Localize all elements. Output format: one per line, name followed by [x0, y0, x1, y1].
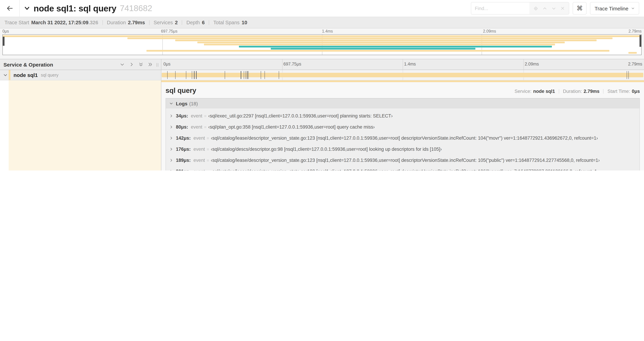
keyboard-shortcuts-button[interactable]: ⌘: [573, 2, 586, 15]
minimap-left-scrubber-handle[interactable]: [3, 37, 4, 46]
span-collapse-chevron-down-icon[interactable]: [3, 73, 8, 77]
trace-id: 7418682: [120, 4, 152, 13]
timeline-minimap[interactable]: [2, 34, 642, 55]
service-color-stripe: [9, 70, 10, 80]
trace-depth: Depth 6: [186, 20, 205, 25]
minimap-span-bar: [146, 50, 610, 52]
column-resizer-handle[interactable]: ||: [156, 62, 159, 67]
find-next-chevron-down-icon[interactable]: [552, 6, 556, 11]
log-entry-row[interactable]: 142μs: event = ‹sql/catalog/lease/descri…: [169, 133, 637, 144]
view-selector-label: Trace Timeline: [594, 5, 628, 11]
logs-accordion-header[interactable]: Logs (18): [166, 99, 640, 108]
log-field-value: ‹sql/catalog/lease/descriptor_version_st…: [211, 136, 598, 141]
span-operation-name: sql query: [41, 73, 58, 78]
log-expand-chevron-right-icon: [169, 158, 173, 162]
expanded-span-indent-block: [9, 80, 161, 171]
span-row-service-cell[interactable]: node sql1 sql query: [0, 70, 161, 80]
trace-total-spans: Total Spans 10: [213, 20, 247, 25]
log-field-key: event: [191, 113, 202, 119]
span-row-bar-cell[interactable]: [161, 70, 644, 80]
log-timestamp: 189μs:: [176, 158, 191, 163]
logs-count: (18): [189, 101, 198, 106]
log-expand-chevron-right-icon: [169, 147, 173, 151]
minimap-span-bar: [628, 52, 637, 54]
trace-summary-bar: Trace Start March 31 2022, 17:25:09.326 …: [0, 17, 644, 29]
log-field-key: event: [191, 124, 202, 130]
log-field-value: ‹sql/plan_opt.go:358 [nsql1,client=127.0…: [208, 124, 375, 130]
log-timestamp: 142μs:: [176, 136, 191, 141]
log-expand-chevron-right-icon: [169, 125, 173, 129]
expand-all-double-chevron-right-icon[interactable]: [148, 62, 153, 67]
span-tree-gutter: [0, 80, 161, 171]
minimap-span-bar: [127, 38, 612, 39]
clear-find-icon[interactable]: [560, 6, 565, 11]
log-timestamp: 176μs:: [176, 147, 191, 152]
minimap-span-bar: [204, 44, 555, 45]
minimap-right-scrubber-handle[interactable]: [640, 35, 641, 47]
collapse-trace-chevron-icon[interactable]: [24, 5, 30, 12]
log-entry-row[interactable]: 80μs: event = ‹sql/plan_opt.go:358 [nsql…: [169, 121, 637, 133]
logs-collapse-chevron-down-icon: [169, 102, 173, 105]
span-duration-bar[interactable]: [162, 73, 643, 77]
locate-icon[interactable]: [534, 6, 538, 11]
log-field-key: event: [194, 158, 205, 163]
view-selector-button[interactable]: Trace Timeline: [590, 2, 639, 15]
span-detail-meta: Service:node sql1 Duration:2.79ms Start …: [514, 89, 640, 94]
service-operation-column-header: Service & Operation: [4, 62, 53, 67]
logs-list: 34μs: event = ‹sql/exec_util.go:2297 [ns…: [166, 108, 640, 171]
log-entry-row[interactable]: 201μs: event = ‹sql/catalog/lease/descri…: [169, 166, 637, 171]
span-detail-title: sql query: [166, 87, 196, 94]
chevron-down-icon: [631, 7, 635, 10]
page-header: node sql1: sql query 7418682: [0, 0, 644, 17]
minimap-span-bar: [239, 46, 552, 48]
timeline-axis: 0μs 697.75μs 1.4ms 2.09ms 2.79ms: [161, 59, 644, 70]
minimap-span-bar: [175, 40, 596, 41]
log-expand-chevron-right-icon: [169, 136, 173, 140]
span-color-accent-bar: [161, 80, 644, 82]
find-prev-chevron-up-icon[interactable]: [542, 6, 547, 11]
log-timestamp: 201μs:: [176, 169, 191, 171]
log-entry-row[interactable]: 189μs: event = ‹sql/catalog/lease/descri…: [169, 155, 637, 166]
expand-one-chevron-right-icon[interactable]: [129, 62, 134, 67]
log-expand-chevron-right-icon: [169, 114, 173, 118]
trace-start: Trace Start March 31 2022, 17:25:09.326: [4, 20, 98, 25]
timeline-minimap-section: 0μs 697.75μs 1.4ms 2.09ms 2.79ms: [0, 29, 644, 59]
log-field-key: event: [194, 136, 205, 141]
log-expand-chevron-right-icon: [169, 169, 173, 171]
log-field-value: ‹sql/catalog/lease/descriptor_version_st…: [211, 158, 600, 163]
logs-accordion: Logs (18) 34μs: event =: [166, 98, 640, 171]
log-timestamp: 80μs:: [176, 124, 188, 130]
span-detail-panel: sql query Service:node sql1 Duration:2.7…: [161, 80, 644, 171]
span-service-name: node sql1: [14, 72, 38, 78]
log-field-key: event: [194, 147, 205, 152]
log-entry-row[interactable]: 34μs: event = ‹sql/exec_util.go:2297 [ns…: [169, 110, 637, 121]
back-arrow-icon: [6, 5, 13, 12]
trace-services: Services 2: [154, 20, 178, 25]
minimap-span-bar: [271, 48, 475, 50]
command-icon: ⌘: [576, 5, 583, 12]
page-title: node sql1: sql query: [34, 3, 116, 13]
span-detail-section: sql query Service:node sql1 Duration:2.7…: [0, 80, 644, 171]
minimap-span-bar: [3, 35, 641, 37]
span-row: node sql1 sql query: [0, 70, 644, 80]
minimap-axis-labels: 0μs 697.75μs 1.4ms 2.09ms 2.79ms: [0, 29, 644, 34]
collapse-all-double-chevron-down-icon[interactable]: [138, 62, 143, 67]
log-field-value: ‹sql/catalog/descs/descriptor.go:98 [nsq…: [211, 147, 442, 152]
minimap-span-bar: [198, 42, 565, 43]
timeline-section-header: Service & Operation || 0μs: [0, 59, 644, 70]
logs-label: Logs: [176, 101, 188, 106]
log-field-value: ‹sql/exec_util.go:2297 [nsql1,client=127…: [208, 113, 393, 119]
find-box: [471, 2, 569, 15]
trace-view: node sql1: sql query 7418682: [0, 0, 644, 171]
log-timestamp: 34μs:: [176, 113, 188, 119]
log-field-value: ‹sql/catalog/lease/descriptor_version_st…: [211, 169, 599, 171]
collapse-one-chevron-down-icon[interactable]: [120, 62, 125, 67]
back-button[interactable]: [0, 0, 20, 17]
log-field-key: event: [194, 169, 205, 171]
log-entry-row[interactable]: 176μs: event = ‹sql/catalog/descs/descri…: [169, 144, 637, 155]
trace-duration: Duration 2.79ms: [107, 20, 145, 25]
find-input[interactable]: [471, 3, 530, 14]
